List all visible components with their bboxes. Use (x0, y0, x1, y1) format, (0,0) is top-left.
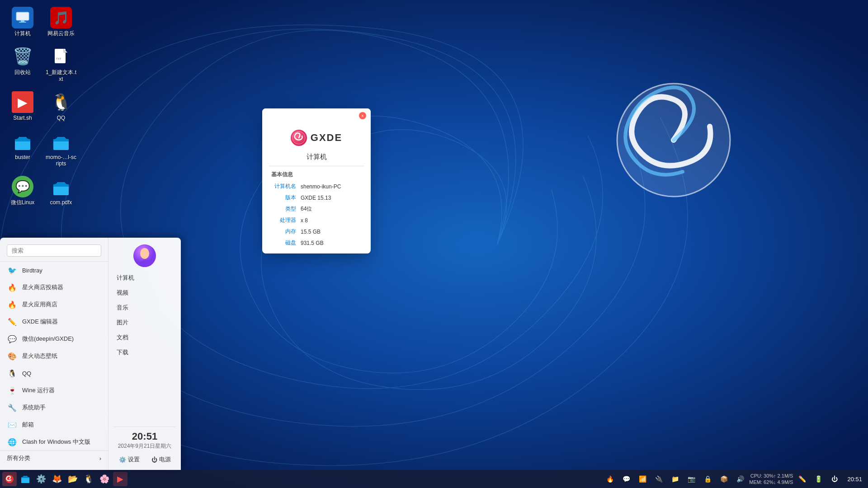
syshelper-icon: 🔧 (7, 402, 18, 413)
start-menu-item-qq[interactable]: 🐧 QQ (0, 365, 108, 382)
taskbar-power-icon[interactable]: ⏻ (827, 472, 842, 486)
value-version: GXDE 15.13 (301, 195, 331, 201)
value-type: 64位 (301, 205, 312, 213)
gxde-editor-icon: ✏️ (7, 316, 18, 327)
taskbar-pen-icon[interactable]: ✏️ (795, 472, 809, 486)
desktop-icon-momo[interactable]: momo-…l-scripts (43, 128, 79, 169)
taskbar-settings-button[interactable]: ⚙️ (34, 472, 48, 486)
start-menu-item-wechat[interactable]: 💬 微信(deepin/GXDE) (0, 330, 108, 347)
quick-link-pictures[interactable]: 图片 (113, 316, 176, 329)
wechat-icon: 💬 (7, 333, 18, 344)
taskbar-tray-wechat[interactable]: 💬 (619, 472, 633, 486)
start-actions: ⚙️ 设置 ⏻ 电源 (113, 454, 176, 465)
label-version: 版本 (271, 194, 296, 202)
qq-label: QQ (22, 370, 31, 377)
svg-rect-3 (16, 12, 29, 20)
taskbar-tray-network[interactable]: 📶 (635, 472, 650, 486)
xinghuo-app-icon: 🔥 (7, 299, 18, 310)
taskbar-launcher-button[interactable] (2, 472, 17, 486)
start-menu-right-panel: 计算机 视频 音乐 图片 文档 下载 20:51 2024年9月21日星期六 ⚙… (108, 238, 181, 470)
dialog-row-version: 版本 GXDE 15.13 (262, 192, 371, 203)
value-cpu: x 8 (301, 217, 308, 224)
desktop-icon-label-buster: buster (15, 154, 30, 160)
user-avatar (133, 244, 156, 267)
start-menu-item-xinghuo-app[interactable]: 🔥 星火应用商店 (0, 296, 108, 313)
desktop-icon-computer[interactable]: 计算机 (5, 5, 41, 39)
quick-link-video[interactable]: 视频 (113, 286, 176, 299)
gxde-logo-text: GXDE (311, 132, 342, 144)
quick-link-downloads[interactable]: 下载 (113, 346, 176, 359)
desktop-icon-startsh[interactable]: ▶ Start.sh (5, 89, 41, 123)
email-icon: ✉️ (7, 419, 18, 430)
start-menu-item-syshelper[interactable]: 🔧 系统助手 (0, 399, 108, 416)
start-menu-item-wallpaper[interactable]: 🎨 星火动态壁纸 (0, 347, 108, 365)
settings-label: 设置 (128, 455, 140, 464)
start-menu: 🐦 Birdtray 🔥 星火商店投稿器 🔥 星火应用商店 ✏️ GXDE 编辑… (0, 238, 181, 470)
desktop-icon-recycle[interactable]: 🗑️ 回收站 (5, 43, 41, 84)
desktop-icon-label-wechat: 微信Linux (11, 199, 35, 206)
taskbar-tray-usb[interactable]: 🔌 (651, 472, 666, 486)
quick-links: 计算机 视频 音乐 图片 文档 下载 (113, 272, 176, 359)
taskbar-files-button[interactable] (18, 472, 33, 486)
quick-link-music[interactable]: 音乐 (113, 301, 176, 314)
desktop-icon-compdf[interactable]: com.pdfx (43, 174, 79, 208)
wine-icon: 🍷 (7, 385, 18, 396)
start-menu-item-email[interactable]: ✉️ 邮箱 (0, 416, 108, 433)
taskbar-filemanager-button[interactable]: 📂 (66, 472, 80, 486)
taskbar-app6-button[interactable]: 🌸 (97, 472, 112, 486)
desktop-icon-qq-desktop[interactable]: 🐧 QQ (43, 89, 79, 123)
power-action[interactable]: ⏻ 电源 (148, 454, 175, 465)
wechat-label: 微信(deepin/GXDE) (22, 335, 74, 343)
taskbar-tray-lock[interactable]: 🔒 (700, 472, 715, 486)
taskbar-tray-appstore[interactable]: 📦 (717, 472, 731, 486)
taskbar-tray-camera[interactable]: 📷 (684, 472, 698, 486)
start-menu-item-birdtray[interactable]: 🐦 Birdtray (0, 262, 108, 279)
birdtray-icon: 🐦 (7, 265, 18, 276)
taskbar-firefox-button[interactable]: 🦊 (50, 472, 64, 486)
wallpaper-icon: 🎨 (7, 351, 18, 361)
dialog-close-button[interactable]: × (359, 112, 366, 119)
taskbar-tray-folder[interactable]: 📁 (668, 472, 682, 486)
start-menu-item-gxde-editor[interactable]: ✏️ GXDE 编辑器 (0, 313, 108, 330)
taskbar-sys-info: CPU: 30%↑ 2.1M/S MEM: 62%↓ 4.9M/S (749, 473, 793, 486)
taskbar-left: ⚙️ 🦊 📂 🐧 🌸 ▶ (2, 472, 127, 486)
desktop-icon-label-qq: QQ (57, 115, 66, 121)
settings-action[interactable]: ⚙️ 设置 (115, 454, 143, 465)
taskbar-tray-more[interactable]: 🔊 (733, 472, 747, 486)
quick-link-computer[interactable]: 计算机 (113, 272, 176, 284)
label-computer-name: 计算机名 (271, 183, 296, 190)
taskbar-battery-icon[interactable]: 🔋 (811, 472, 826, 486)
taskbar-penguin-button[interactable]: 🐧 (81, 472, 96, 486)
svg-rect-5 (21, 20, 24, 22)
taskbar-terminal-button[interactable]: ▶ (113, 472, 127, 486)
desktop-icon-wechat[interactable]: 💬 微信Linux (5, 174, 41, 208)
gxde-editor-label: GXDE 编辑器 (22, 318, 58, 326)
start-menu-all-apps[interactable]: 所有分类 › (0, 450, 108, 465)
all-apps-label: 所有分类 (7, 454, 30, 462)
desktop-icon-label-compdf: com.pdfx (50, 199, 72, 206)
chevron-right-icon: › (99, 455, 101, 462)
start-menu-item-wine[interactable]: 🍷 Wine 运行器 (0, 382, 108, 399)
start-menu-item-clash[interactable]: 🌐 Clash for Windows 中文版 (0, 433, 108, 450)
start-search-input[interactable] (7, 244, 101, 257)
desktop-icon-netease[interactable]: 🎵 网易云音乐 (43, 5, 79, 39)
desktop-icon-buster[interactable]: buster (5, 128, 41, 169)
desktop-icon-newfile[interactable]: TXT 1_新建文本.txt (43, 43, 79, 84)
system-info-dialog: × GXDE 计算机 基本信息 计算机名 shenmo-ikun-PC 版本 G… (262, 108, 371, 253)
label-cpu: 处理器 (271, 216, 296, 224)
desktop: 计算机 🎵 网易云音乐 🗑️ 回收站 TXT 1_新建文本.txt (0, 0, 868, 488)
email-label: 邮箱 (22, 421, 34, 429)
svg-text:TXT: TXT (56, 57, 61, 60)
quick-link-documents[interactable]: 文档 (113, 331, 176, 344)
taskbar-right: 🔥 💬 📶 🔌 📁 📷 🔒 📦 (603, 472, 866, 486)
desktop-logo (615, 81, 732, 199)
value-disk: 931.5 GB (301, 240, 324, 246)
syshelper-label: 系统助手 (22, 404, 46, 412)
taskbar-tray-xinghuo[interactable]: 🔥 (603, 472, 617, 486)
clash-label: Clash for Windows 中文版 (22, 438, 90, 446)
wine-label: Wine 运行器 (22, 386, 55, 394)
cpu-info: CPU: 30%↑ 2.1M/S (749, 473, 793, 479)
dialog-row-computer-name: 计算机名 shenmo-ikun-PC (262, 181, 371, 192)
start-menu-left-panel: 🐦 Birdtray 🔥 星火商店投稿器 🔥 星火应用商店 ✏️ GXDE 编辑… (0, 238, 108, 470)
start-menu-item-xinghuo-store[interactable]: 🔥 星火商店投稿器 (0, 279, 108, 296)
